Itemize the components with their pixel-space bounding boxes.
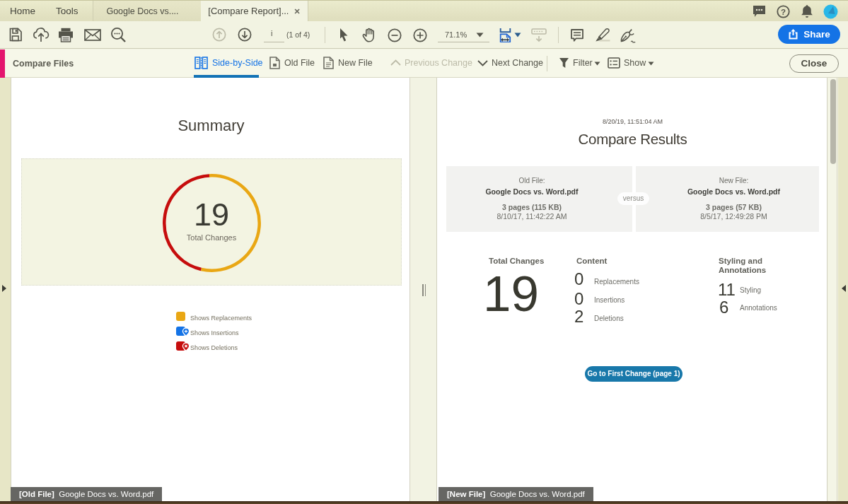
svg-text:?: ? xyxy=(781,8,786,16)
